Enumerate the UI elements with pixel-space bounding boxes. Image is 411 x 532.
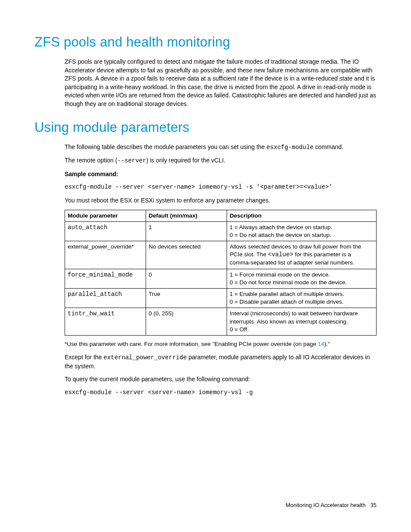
cell-default: 0 (0, 255) <box>146 308 227 336</box>
intro-paragraph: The following table describes the module… <box>65 143 377 152</box>
param-auto-attach: auto_attach <box>68 224 107 231</box>
zfs-paragraph: ZFS pools are typically configured to de… <box>65 58 377 109</box>
section2-body: The following table describes the module… <box>65 143 377 397</box>
th-default: Default (min/max) <box>146 210 227 221</box>
table-row: external_power_override* No devices sele… <box>65 241 377 269</box>
except-pre: Except for the <box>65 354 103 361</box>
remote-post: ) is only required for the vCLI. <box>146 157 225 164</box>
cell-default: True <box>146 288 227 308</box>
query-line: To query the current module parameters, … <box>65 375 377 384</box>
cell-default: 0 <box>146 269 227 288</box>
cell-param: parallel_attach <box>65 288 146 308</box>
remote-pre: The remote option ( <box>65 157 117 164</box>
sample-command-label: Sample command: <box>65 170 377 179</box>
table-row: auto_attach 1 1 = Always attach the devi… <box>65 221 377 241</box>
cell-param: external_power_override* <box>65 241 146 269</box>
cell-param: force_minimal_mode <box>65 269 146 288</box>
footnote: *Use this parameter with care. For more … <box>65 340 377 348</box>
sample-command: esxcfg-module --server <server-name> iom… <box>65 183 377 192</box>
footnote-pre: *Use this parameter with care. For more … <box>65 341 318 347</box>
cell-param: auto_attach <box>65 221 146 241</box>
query-command: esxcfg-module --server <server-name> iom… <box>65 389 377 397</box>
section1-body: ZFS pools are typically configured to de… <box>65 58 377 109</box>
table-row: tintr_hw_wait 0 (0, 255) Interval (micro… <box>65 308 377 336</box>
footer-text: Monitoring IO Accelerator health <box>286 502 366 508</box>
intro-pre: The following table describes the module… <box>65 143 267 150</box>
cell-param: tintr_hw_wait <box>65 308 146 336</box>
section-heading-zfs: ZFS pools and health monitoring <box>34 34 377 50</box>
desc-code: <value> <box>268 251 293 258</box>
cell-desc: Interval (microseconds) to wait between … <box>227 308 376 336</box>
footer-page-number: 35 <box>371 502 377 508</box>
cell-default: No devices selected <box>146 241 227 269</box>
remote-option-paragraph: The remote option (--server) is only req… <box>65 156 377 165</box>
page-footer: Monitoring IO Accelerator health 35 <box>286 502 377 508</box>
module-parameters-table: Module parameter Default (min/max) Descr… <box>65 210 377 336</box>
section-heading-module-params: Using module parameters <box>34 120 377 135</box>
table-row: parallel_attach True 1 = Enable parallel… <box>65 288 377 308</box>
th-module-parameter: Module parameter <box>65 210 146 221</box>
reboot-note: You must reboot the ESX or ESXi system t… <box>65 196 377 205</box>
param-force-minimal-mode: force_minimal_mode <box>68 271 133 278</box>
footnote-page-link[interactable]: 14 <box>318 341 324 347</box>
param-parallel-attach: parallel_attach <box>68 291 122 298</box>
cell-desc: Allows selected devices to draw full pow… <box>227 241 376 269</box>
param-tintr-hw-wait: tintr_hw_wait <box>68 310 115 317</box>
intro-post: command. <box>314 143 343 150</box>
table-row: force_minimal_mode 0 1 = Force minimal m… <box>65 269 377 288</box>
th-description: Description <box>227 210 376 221</box>
except-paragraph: Except for the external_power_override p… <box>65 353 377 370</box>
cell-default: 1 <box>146 221 227 241</box>
table-header-row: Module parameter Default (min/max) Descr… <box>65 210 377 221</box>
cell-desc: 1 = Force minimal mode on the device. 0 … <box>227 269 376 288</box>
intro-code: esxcfg-module <box>267 144 314 151</box>
except-code: external_power_override <box>103 354 187 361</box>
cell-desc: 1 = Enable parallel attach of multiple d… <box>227 288 376 308</box>
footnote-post: )." <box>324 341 330 347</box>
cell-desc: 1 = Always attach the device on startup.… <box>227 221 376 241</box>
remote-code: --server <box>117 157 146 164</box>
